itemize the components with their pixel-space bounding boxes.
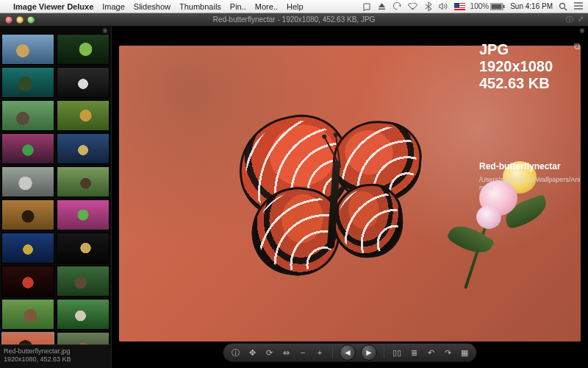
svg-rect-3 xyxy=(503,5,505,8)
sidebar-footer: Red-butterflynectar.jpg 1920x1080, 452.6… xyxy=(0,344,111,368)
traffic-lights xyxy=(0,16,35,24)
menuextra-clock[interactable]: Sun 4:16 PM xyxy=(510,2,553,10)
thumbnail[interactable] xyxy=(1,67,54,98)
notifications-icon[interactable] xyxy=(573,1,584,12)
zoom-in-icon[interactable]: + xyxy=(314,347,326,358)
info-icon[interactable]: ⓘ xyxy=(229,347,241,358)
toolbar-separator xyxy=(384,347,384,358)
image-canvas[interactable] xyxy=(119,46,581,342)
thumbnail[interactable] xyxy=(1,266,54,297)
info-toggle-icon[interactable]: ⓘ xyxy=(566,15,573,25)
spotlight-icon[interactable] xyxy=(558,1,568,12)
svg-rect-2 xyxy=(492,4,502,9)
actual-size-icon[interactable]: ▯▯ xyxy=(391,347,403,358)
thumbnail[interactable] xyxy=(1,34,54,65)
main-viewer: ◉ xyxy=(112,26,588,368)
list-icon[interactable]: ≣ xyxy=(408,347,420,358)
refresh-icon[interactable]: ⟳ xyxy=(263,347,275,358)
thumbnail[interactable] xyxy=(57,67,110,98)
viewer-toolbar: ⓘ✥⟳⇔−+◄►▯▯≣↶↷▦ xyxy=(223,343,477,362)
svg-point-4 xyxy=(560,3,565,8)
zoom-out-icon[interactable]: − xyxy=(297,347,309,358)
thumbnail[interactable] xyxy=(1,166,54,197)
thumbnail[interactable] xyxy=(1,133,54,164)
thumbnail[interactable] xyxy=(57,166,110,197)
menuextra-eject-icon[interactable] xyxy=(377,1,387,12)
menu-help[interactable]: Help xyxy=(287,2,304,11)
window-titlebar[interactable]: Red-butterflynectar - 1920x1080, 452.63 … xyxy=(0,13,588,26)
thumbnail[interactable] xyxy=(1,199,54,230)
menu-image[interactable]: Image xyxy=(102,2,125,11)
menu-more[interactable]: More.. xyxy=(255,2,278,11)
thumbnail-sidebar: ◉ Red-butterflynectar.jpg 1920x1080, 452… xyxy=(0,26,112,368)
butterfly-illustration xyxy=(239,116,430,278)
app-window: Red-butterflynectar - 1920x1080, 452.63 … xyxy=(0,13,588,368)
thumbnail[interactable] xyxy=(1,100,54,131)
menu-pin[interactable]: Pin.. xyxy=(230,2,246,11)
menuextra-input-flag[interactable] xyxy=(454,3,465,10)
menuextra-script-icon[interactable] xyxy=(362,1,372,12)
thumbnail[interactable] xyxy=(57,332,110,344)
thumbnails-icon[interactable]: ▦ xyxy=(459,347,470,358)
menuextra-volume-icon[interactable] xyxy=(439,1,449,12)
zoom-button[interactable] xyxy=(27,16,35,24)
mac-menubar: Image Viewer Deluxe Image Slideshow Thum… xyxy=(0,0,588,13)
footer-meta: 1920x1080, 452.63 KB xyxy=(4,355,107,364)
footer-filename: Red-butterflynectar.jpg xyxy=(4,347,107,355)
thumbnail[interactable] xyxy=(57,34,110,65)
thumbnail-grid xyxy=(0,34,111,344)
menuextra-airport-icon[interactable] xyxy=(408,1,418,12)
thumbnail[interactable] xyxy=(1,332,54,344)
minimize-button[interactable] xyxy=(16,16,24,24)
svg-point-0 xyxy=(412,8,414,10)
thumbnail[interactable] xyxy=(57,133,110,164)
flower-illustration xyxy=(456,158,544,254)
window-title: Red-butterflynectar - 1920x1080, 452.63 … xyxy=(213,15,376,24)
close-button[interactable] xyxy=(5,16,12,24)
sidebar-collapse-icon[interactable]: ◉ xyxy=(102,26,110,34)
thumbnail[interactable] xyxy=(57,299,110,330)
menuextra-battery-icon[interactable]: 100% xyxy=(470,1,506,12)
rotate-ccw-icon[interactable]: ↶ xyxy=(425,347,437,358)
menuextra-bluetooth-icon[interactable] xyxy=(423,1,434,12)
next-button[interactable]: ► xyxy=(361,344,377,361)
app-menu[interactable]: Image Viewer Deluxe xyxy=(13,2,93,11)
rotate-cw-icon[interactable]: ↷ xyxy=(442,347,453,358)
menu-thumbnails[interactable]: Thumbnails xyxy=(179,2,221,11)
svg-line-5 xyxy=(564,8,567,10)
toolbar-separator xyxy=(332,347,333,358)
thumbnail[interactable] xyxy=(57,100,110,131)
fit-icon[interactable]: ⇔ xyxy=(280,347,292,358)
prev-button[interactable]: ◄ xyxy=(340,344,356,361)
thumbnail[interactable] xyxy=(1,299,54,330)
move-icon[interactable]: ✥ xyxy=(246,347,258,358)
panel-collapse-icon[interactable]: ◉ xyxy=(579,26,587,34)
fullscreen-icon[interactable]: ⤢ xyxy=(578,15,584,25)
thumbnail[interactable] xyxy=(57,199,110,230)
menu-slideshow[interactable]: Slideshow xyxy=(134,2,171,11)
menuextra-sync-icon[interactable] xyxy=(392,1,403,12)
thumbnail[interactable] xyxy=(57,266,110,297)
thumbnail[interactable] xyxy=(57,233,110,263)
thumbnail[interactable] xyxy=(1,233,54,263)
